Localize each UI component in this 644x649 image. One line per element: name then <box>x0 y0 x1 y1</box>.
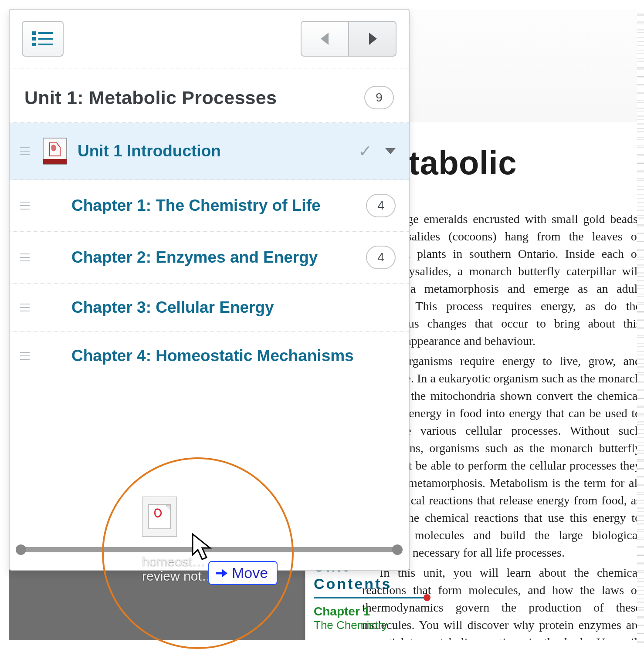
svg-rect-3 <box>38 38 53 40</box>
toc-item-unit1-intro[interactable]: Unit 1 Introduction ✓ <box>10 123 409 180</box>
triangle-left-icon <box>319 32 331 46</box>
chapter-count-badge: 4 <box>366 194 396 217</box>
toc-toolbar <box>10 10 409 68</box>
checkmark-icon: ✓ <box>358 142 372 161</box>
svg-marker-12 <box>193 534 210 559</box>
toc-item-label: Unit 1 Introduction <box>78 141 349 161</box>
contents-chapter-heading: Chapter 1 <box>314 605 427 619</box>
arrow-right-icon <box>214 567 227 580</box>
drop-action-tooltip: Move <box>208 561 278 585</box>
drag-handle-icon[interactable] <box>17 254 32 261</box>
unit-header: Unit 1: Metabolic Processes 9 <box>10 68 409 123</box>
toc-item-label: Chapter 4: Homeostatic Mechanisms <box>71 346 396 366</box>
svg-marker-7 <box>369 33 377 45</box>
pdf-icon <box>42 137 68 166</box>
chevron-down-icon[interactable] <box>385 148 396 154</box>
svg-rect-5 <box>38 44 53 45</box>
toc-item-chapter-3[interactable]: Chapter 3: Cellular Energy <box>10 284 409 332</box>
unit-title: Unit 1: Metabolic Processes <box>24 87 277 108</box>
toc-item-chapter-4[interactable]: Chapter 4: Homeostatic Mechanisms <box>10 332 409 380</box>
svg-marker-14 <box>222 569 227 577</box>
svg-rect-9 <box>43 159 67 164</box>
unit-count-badge: 9 <box>364 86 394 109</box>
svg-rect-0 <box>32 31 36 35</box>
svg-rect-4 <box>32 43 36 46</box>
drag-handle-icon[interactable] <box>17 352 32 360</box>
toc-item-chapter-1[interactable]: Chapter 1: The Chemistry of Life 4 <box>10 180 409 232</box>
toc-toggle-button[interactable] <box>22 21 64 57</box>
svg-marker-6 <box>321 33 329 45</box>
triangle-right-icon <box>366 32 379 46</box>
toc-item-chapter-2[interactable]: Chapter 2: Enzymes and Energy 4 <box>10 232 409 284</box>
cursor-icon <box>191 532 215 563</box>
toc-item-label: Chapter 3: Cellular Energy <box>71 297 396 318</box>
drop-action-label: Move <box>232 564 268 581</box>
drag-handle-icon[interactable] <box>17 304 32 311</box>
toc-nav-group <box>301 21 397 57</box>
contents-chapter-sub: The Chemistry <box>314 619 427 632</box>
pdf-icon <box>142 497 177 537</box>
drag-handle-icon[interactable] <box>17 147 32 155</box>
svg-rect-2 <box>32 37 36 41</box>
prev-button[interactable] <box>301 21 349 57</box>
list-icon <box>32 30 53 47</box>
torn-edge-decoration <box>637 7 644 643</box>
chapter-count-badge: 4 <box>366 246 396 269</box>
next-button[interactable] <box>349 21 397 57</box>
toc-panel: Unit 1: Metabolic Processes 9 Unit 1 Int… <box>9 9 410 571</box>
drag-handle-icon[interactable] <box>17 202 32 210</box>
svg-rect-1 <box>38 32 53 34</box>
toc-item-label: Chapter 2: Enzymes and Energy <box>71 247 356 267</box>
toc-item-label: Chapter 1: The Chemistry of Life <box>71 196 356 216</box>
